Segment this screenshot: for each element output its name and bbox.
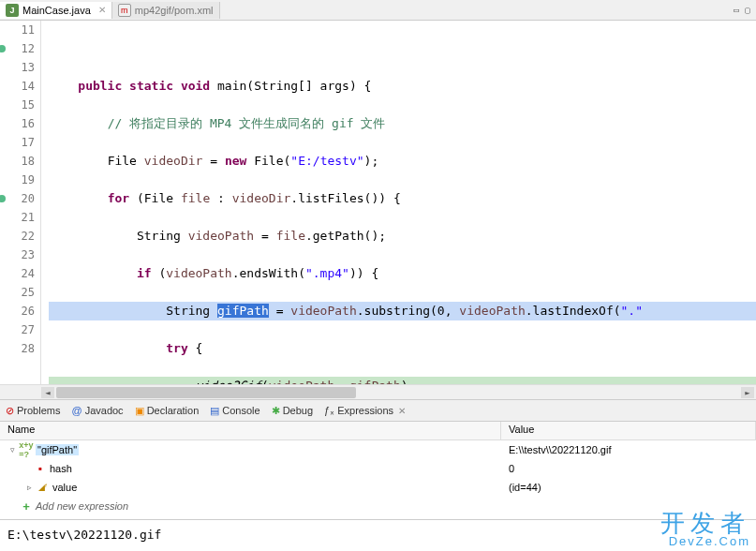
scroll-right-icon[interactable]: ► xyxy=(741,387,754,398)
expressions-icon: ƒₓ xyxy=(324,405,334,417)
tab-label: mp42gif/pom.xml xyxy=(135,5,214,16)
line-gutter: 11 12 13 14 15 16 17 18 19 20 21 22 23 2… xyxy=(0,21,41,384)
horizontal-scrollbar[interactable]: ◄ ► xyxy=(0,384,756,399)
details-pane[interactable]: E:\testv\20221120.gif xyxy=(0,519,756,551)
selected-variable: gifPath xyxy=(217,304,269,318)
table-row[interactable]: ▿x+y=?"gifPath" E:\\testv\\20221120.gif xyxy=(0,440,756,459)
expand-icon[interactable]: ▿ xyxy=(7,445,17,454)
table-row[interactable]: ▹◢ᶠvalue (id=44) xyxy=(0,478,756,497)
add-icon: + xyxy=(20,499,33,513)
close-icon[interactable]: ✕ xyxy=(398,406,406,416)
maven-file-icon: m xyxy=(118,4,131,17)
expression-name: "gifPath" xyxy=(36,444,79,455)
declaration-tab[interactable]: ▣Declaration xyxy=(135,405,200,417)
tab-label: MainCase.java xyxy=(22,5,91,16)
column-value[interactable]: Value xyxy=(501,422,756,439)
add-expression-row[interactable]: +Add new expression xyxy=(0,497,756,515)
expressions-view: Name Value ▿x+y=?"gifPath" E:\\testv\\20… xyxy=(0,422,756,519)
debug-tab[interactable]: ✱Debug xyxy=(272,405,313,417)
field-icon: ◢ᶠ xyxy=(37,481,50,494)
code-editor[interactable]: public static void main(String[] args) {… xyxy=(41,21,756,384)
table-row[interactable]: ■hash 0 xyxy=(0,459,756,478)
expression-name: hash xyxy=(50,463,72,474)
editor-tab-bar: J MainCase.java ✕ m mp42gif/pom.xml ▭ ▢ xyxy=(0,0,756,21)
expand-icon[interactable]: ▹ xyxy=(24,483,34,492)
javadoc-icon: @ xyxy=(71,405,82,416)
declaration-icon: ▣ xyxy=(135,405,144,417)
scroll-left-icon[interactable]: ◄ xyxy=(41,387,54,398)
problems-tab[interactable]: ⊘Problems xyxy=(6,405,60,417)
add-expression-label: Add new expression xyxy=(36,500,128,512)
java-file-icon: J xyxy=(6,4,19,17)
expression-name: value xyxy=(52,482,77,493)
column-name[interactable]: Name xyxy=(0,422,501,439)
close-icon[interactable]: ✕ xyxy=(98,5,106,15)
expressions-tab[interactable]: ƒₓExpressions✕ xyxy=(324,405,406,417)
expression-icon: x+y=? xyxy=(20,443,33,456)
field-icon: ■ xyxy=(34,462,47,475)
console-icon: ▤ xyxy=(210,405,219,417)
expression-value: E:\\testv\\20221120.gif xyxy=(501,444,756,455)
expression-value: (id=44) xyxy=(501,482,756,493)
tab-pom[interactable]: m mp42gif/pom.xml xyxy=(112,2,220,19)
editor-toolbar: ▭ ▢ xyxy=(728,5,756,15)
maximize-icon[interactable]: ▢ xyxy=(745,5,750,15)
tab-maincase[interactable]: J MainCase.java ✕ xyxy=(0,2,112,19)
views-tab-bar: ⊘Problems @Javadoc ▣Declaration ▤Console… xyxy=(0,399,756,422)
scroll-thumb[interactable] xyxy=(56,387,356,398)
problems-icon: ⊘ xyxy=(6,405,14,417)
console-tab[interactable]: ▤Console xyxy=(210,405,259,417)
javadoc-tab[interactable]: @Javadoc xyxy=(71,405,123,416)
expression-value: 0 xyxy=(501,463,756,474)
debug-icon: ✱ xyxy=(272,405,280,417)
minimize-icon[interactable]: ▭ xyxy=(734,5,739,15)
expressions-header: Name Value xyxy=(0,422,756,440)
editor-area: 11 12 13 14 15 16 17 18 19 20 21 22 23 2… xyxy=(0,21,756,384)
